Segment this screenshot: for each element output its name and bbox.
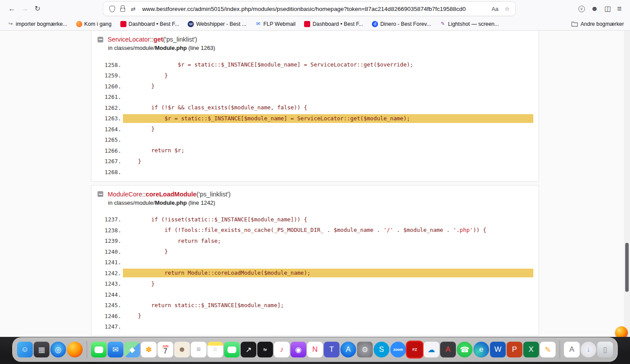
contacts-glyph: ☻ — [178, 345, 186, 354]
line-number: 1242. — [98, 270, 123, 276]
bookmark-item[interactable]: Kom i gang — [73, 20, 115, 28]
lightshot-icon: ✎ — [440, 21, 446, 27]
bookmark-item[interactable]: Dashboard • Best F... — [301, 20, 366, 28]
browser-toolbar: ← → ↻ ⇄ www.bestforever.cc/admin5015/ind… — [0, 0, 630, 18]
firefox-float-button[interactable] — [615, 326, 628, 337]
bookmark-item[interactable]: ✎Lightshot — screen... — [437, 20, 502, 28]
dock-icon-calendar[interactable]: JUN7 — [158, 342, 173, 357]
pocket-glyph: ∨ — [578, 6, 585, 12]
stocks-glyph: ↗ — [245, 345, 252, 354]
url-bar[interactable]: ⇄ www.bestforever.cc/admin5015/index.php… — [103, 2, 515, 16]
dock-icon-messages[interactable] — [91, 342, 107, 357]
browser-window: ← → ↻ ⇄ www.bestforever.cc/admin5015/ind… — [0, 0, 630, 337]
messages-bubble-shape — [94, 346, 103, 353]
dock-icon-reminders[interactable]: ≡ — [191, 342, 206, 357]
scrollbar-thumb[interactable] — [625, 243, 629, 292]
dock-icon-firefox[interactable] — [67, 342, 83, 357]
dock-icon-tv[interactable]: tv — [257, 342, 273, 357]
webmail-icon: ✉ — [255, 21, 261, 27]
dock-icon-powerpoint[interactable]: P — [507, 342, 522, 357]
dock-icon-downloads[interactable]: ↓ — [581, 342, 596, 357]
bookmark-item[interactable]: wWebshipper - Best ... — [185, 20, 249, 28]
appstore-glyph: A — [346, 345, 350, 354]
maps-glyph: ◆ — [129, 345, 135, 354]
bookmark-label: Webshipper - Best ... — [196, 21, 246, 27]
dock-icon-facetime[interactable] — [224, 342, 240, 357]
other-bookmarks-label: Andre bogmærker — [581, 21, 624, 27]
code-line-1247: 1247. — [98, 322, 533, 332]
dock-icon-maps[interactable]: ◆ — [124, 342, 140, 357]
webshipper-icon: w — [188, 21, 194, 27]
bookmark-item[interactable]: dDinero - Best Forev... — [369, 20, 434, 28]
dock-icon-notes[interactable]: ≡ — [207, 342, 223, 357]
code-text: } — [123, 125, 533, 133]
code-text: } — [123, 71, 533, 80]
bookmark-item[interactable]: ✉FLP Webmail — [252, 20, 298, 28]
reminders-glyph: ≡ — [196, 345, 201, 354]
dock-icon-skype[interactable]: S — [374, 342, 389, 357]
dock-icon-podcasts[interactable]: ◉ — [290, 342, 306, 357]
dock-icon-whatsapp[interactable]: ☎ — [457, 342, 472, 357]
dock-icon-photos[interactable]: ✽ — [141, 342, 157, 357]
dock-icon-zoom[interactable]: zoom — [390, 342, 406, 357]
dock-icon-settings[interactable]: ⚙ — [357, 342, 373, 357]
bookmark-star-icon[interactable]: ☆ — [502, 4, 512, 14]
line-number: 1259. — [98, 72, 123, 79]
dock-icon-onedrive[interactable]: ☁ — [424, 342, 439, 357]
url-text[interactable]: www.bestforever.cc/admin5015/index.php/m… — [140, 6, 488, 12]
collapse-toggle-icon[interactable] — [98, 37, 103, 42]
code-text — [123, 322, 533, 331]
code-line-1265: 1265. — [98, 135, 533, 146]
trace-panel-1: ServiceLocator::get('ps_linklist') in cl… — [91, 31, 539, 182]
dock-icon-music[interactable]: ♪ — [274, 342, 290, 357]
trace-class: ServiceLocator — [108, 36, 150, 43]
line-number: 1258. — [98, 62, 123, 68]
dock-icon-acrobat[interactable]: A — [440, 342, 456, 357]
line-number: 1240. — [98, 248, 123, 255]
getting-started-icon — [76, 21, 82, 27]
location-line: (line 1242) — [187, 200, 215, 206]
other-bookmarks-button[interactable]: Andre bogmærker — [571, 21, 624, 27]
dock-icon-launchpad[interactable]: ▦ — [34, 342, 49, 357]
code-text: } — [123, 247, 533, 256]
dock-icon-mail[interactable]: ✉ — [108, 342, 123, 357]
line-number: 1266. — [98, 147, 123, 154]
dock-icon-safari[interactable]: ◎ — [50, 342, 66, 357]
dock-icon-pages[interactable]: ✎ — [540, 342, 556, 357]
sidebar-icon[interactable]: ◫ — [601, 3, 614, 14]
forward-button[interactable]: → — [18, 3, 32, 14]
translate-icon[interactable]: Aa — [489, 4, 500, 14]
code-line-1263: 1263. $r = static::$_INSTANCE[$module_na… — [98, 113, 533, 124]
podcasts-glyph: ◉ — [295, 345, 302, 354]
menu-button[interactable]: ≡ — [614, 3, 625, 15]
dock-icon-word[interactable]: W — [490, 342, 506, 357]
lock-icon[interactable] — [120, 8, 125, 12]
dock-icon-trash[interactable]: ▯ — [597, 342, 613, 357]
dock-icon-excel[interactable]: X — [523, 342, 539, 357]
back-button[interactable]: ← — [5, 3, 18, 14]
bookmark-item[interactable]: ↪importer bogmærke... — [4, 20, 70, 28]
bookmark-label: Kom i gang — [84, 21, 112, 27]
code-text: if (!isset(static::$_INSTANCE[$module_na… — [123, 215, 533, 224]
tracking-protection-shield-icon[interactable] — [109, 6, 115, 12]
dock-icon-finder[interactable]: ☺ — [17, 342, 33, 357]
dock-icon-news[interactable]: N — [307, 342, 323, 357]
dock-icon-teams[interactable]: T — [324, 342, 340, 357]
dock-icon-stocks[interactable]: ↗ — [241, 342, 256, 357]
permissions-icon[interactable]: ⇄ — [129, 4, 138, 14]
dock-icon-appstore[interactable]: A — [340, 342, 356, 357]
dock-icon-contacts[interactable]: ☻ — [174, 342, 190, 357]
dock-icon-textedit[interactable]: A — [564, 342, 580, 357]
code-line-1241: 1241. — [98, 257, 533, 268]
dock-icon-edge[interactable]: e — [473, 342, 489, 357]
code-text: $r = static::$_INSTANCE[$module_name] = … — [123, 60, 533, 69]
account-icon[interactable]: ☻ — [588, 3, 602, 14]
launchpad-glyph: ▦ — [38, 345, 45, 354]
collapse-toggle-icon[interactable] — [98, 191, 103, 197]
dock-icon-filezilla[interactable]: FZ — [407, 342, 423, 357]
pocket-icon[interactable]: ∨ — [575, 4, 588, 14]
reload-button[interactable]: ↻ — [32, 3, 43, 14]
trace-panel-2: ModuleCore::coreLoadModule('ps_linklist'… — [91, 185, 539, 336]
code-line-1240: 1240. } — [98, 246, 533, 257]
bookmark-item[interactable]: Dashboard • Best F... — [117, 20, 182, 28]
